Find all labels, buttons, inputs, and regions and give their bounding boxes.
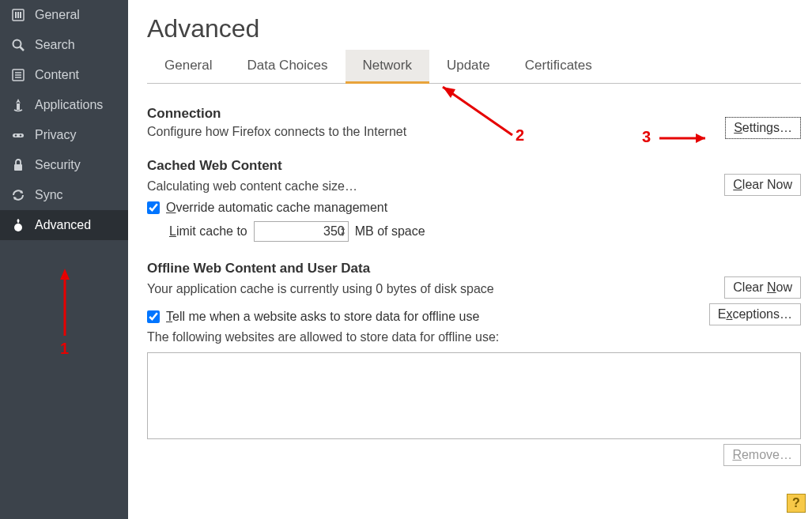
- section-connection: Connection Configure how Firefox connect…: [147, 106, 801, 139]
- tab-data-choices[interactable]: Data Choices: [229, 50, 345, 83]
- privacy-icon: [11, 128, 25, 142]
- applications-icon: [11, 98, 25, 112]
- svg-point-4: [13, 40, 21, 48]
- svg-rect-1: [15, 12, 17, 18]
- sidebar-item-label: Privacy: [35, 128, 76, 142]
- cached-heading: Cached Web Content: [147, 158, 801, 174]
- settings-button[interactable]: Settings…: [725, 117, 801, 139]
- connection-desc: Configure how Firefox connects to the In…: [147, 125, 406, 139]
- help-button[interactable]: ?: [787, 494, 806, 513]
- lock-icon: [11, 158, 25, 172]
- tell-me-label[interactable]: Tell me when a website asks to store dat…: [166, 310, 479, 324]
- limit-prefix: Limit cache to: [169, 224, 247, 239]
- offline-heading: Offline Web Content and User Data: [147, 261, 801, 276]
- override-cache-label[interactable]: Override automatic cache management: [166, 201, 387, 215]
- clear-cache-button[interactable]: Clear Now: [724, 174, 801, 196]
- svg-point-17: [14, 224, 22, 231]
- section-cached: Cached Web Content Calculating web conte…: [147, 158, 801, 242]
- tell-me-checkbox[interactable]: [147, 310, 160, 323]
- limit-suffix: MB of space: [355, 224, 425, 239]
- sidebar-item-general[interactable]: General: [0, 0, 128, 30]
- allowed-label: The following websites are allowed to st…: [147, 330, 801, 344]
- sidebar-item-privacy[interactable]: Privacy: [0, 120, 128, 150]
- main-pane: Advanced General Data Choices Network Up…: [128, 0, 812, 519]
- sidebar-item-applications[interactable]: Applications: [0, 90, 128, 120]
- sidebar-item-label: Advanced: [35, 218, 91, 232]
- sidebar-item-label: Sync: [35, 188, 63, 202]
- remove-button: Remove…: [723, 444, 801, 466]
- tab-update[interactable]: Update: [429, 50, 508, 83]
- override-cache-checkbox[interactable]: [147, 201, 160, 214]
- svg-line-5: [21, 47, 25, 51]
- sidebar-item-content[interactable]: Content: [0, 60, 128, 90]
- sidebar-item-label: Security: [35, 158, 81, 172]
- svg-rect-10: [17, 103, 20, 110]
- sidebar-item-label: Search: [35, 38, 75, 52]
- connection-heading: Connection: [147, 106, 406, 122]
- offline-status: Your application cache is currently usin…: [147, 282, 494, 296]
- tab-certificates[interactable]: Certificates: [508, 50, 610, 83]
- offline-sites-list[interactable]: [147, 352, 801, 439]
- search-icon: [11, 38, 25, 52]
- section-offline: Offline Web Content and User Data Your a…: [147, 261, 801, 466]
- sidebar-item-security[interactable]: Security: [0, 150, 128, 180]
- sidebar-item-label: Content: [35, 68, 79, 82]
- cache-limit-input[interactable]: 350 ▲▼: [254, 221, 349, 242]
- sync-icon: [11, 188, 25, 202]
- tab-general[interactable]: General: [147, 50, 229, 83]
- svg-rect-11: [13, 134, 24, 137]
- sidebar-item-advanced[interactable]: Advanced: [0, 210, 128, 240]
- svg-point-12: [15, 134, 17, 136]
- sidebar-item-label: Applications: [35, 98, 103, 112]
- tabs: General Data Choices Network Update Cert…: [147, 50, 801, 84]
- svg-point-13: [20, 134, 21, 136]
- exceptions-button[interactable]: Exceptions…: [709, 303, 801, 325]
- page-title: Advanced: [147, 14, 801, 43]
- cached-status: Calculating web content cache size…: [147, 179, 357, 194]
- sidebar-item-search[interactable]: Search: [0, 30, 128, 60]
- content-icon: [11, 68, 25, 82]
- svg-rect-3: [20, 12, 21, 18]
- clear-offline-button[interactable]: Clear Now: [724, 276, 801, 299]
- svg-rect-2: [17, 12, 19, 18]
- tab-network[interactable]: Network: [346, 50, 429, 84]
- advanced-icon: [11, 218, 25, 232]
- spin-arrows-icon[interactable]: ▲▼: [337, 224, 346, 239]
- sidebar-item-label: General: [35, 8, 80, 22]
- svg-marker-19: [443, 87, 455, 98]
- general-icon: [11, 8, 25, 22]
- sidebar: General Search Content Applications Priv…: [0, 0, 128, 519]
- svg-rect-14: [14, 164, 22, 171]
- limit-cache-row: Limit cache to 350 ▲▼ MB of space: [169, 221, 801, 242]
- sidebar-item-sync[interactable]: Sync: [0, 180, 128, 210]
